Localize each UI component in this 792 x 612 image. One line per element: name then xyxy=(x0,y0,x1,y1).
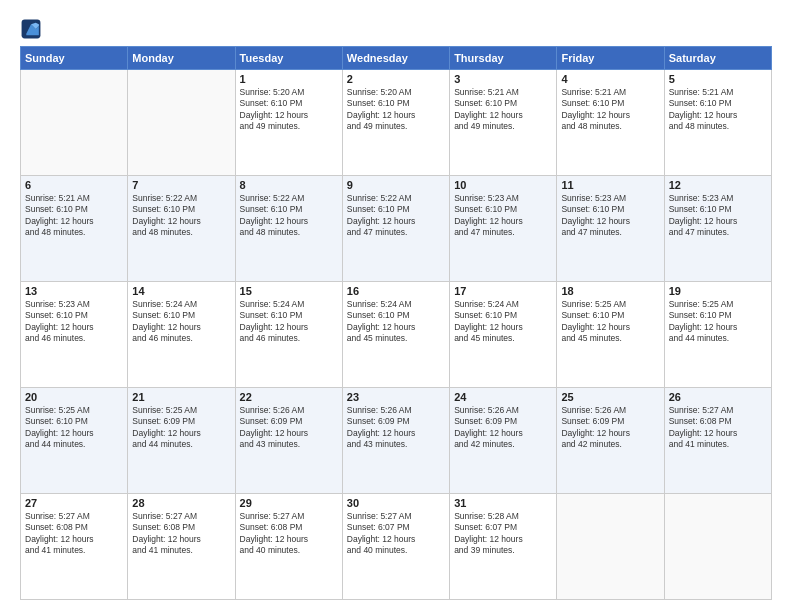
day-info: Sunrise: 5:24 AM Sunset: 6:10 PM Dayligh… xyxy=(454,299,552,345)
day-number: 19 xyxy=(669,285,767,297)
day-number: 29 xyxy=(240,497,338,509)
day-number: 14 xyxy=(132,285,230,297)
day-number: 16 xyxy=(347,285,445,297)
day-number: 27 xyxy=(25,497,123,509)
day-info: Sunrise: 5:26 AM Sunset: 6:09 PM Dayligh… xyxy=(240,405,338,451)
calendar-cell: 2Sunrise: 5:20 AM Sunset: 6:10 PM Daylig… xyxy=(342,70,449,176)
day-info: Sunrise: 5:24 AM Sunset: 6:10 PM Dayligh… xyxy=(240,299,338,345)
weekday-header-tuesday: Tuesday xyxy=(235,47,342,70)
day-info: Sunrise: 5:27 AM Sunset: 6:08 PM Dayligh… xyxy=(240,511,338,557)
calendar-cell: 5Sunrise: 5:21 AM Sunset: 6:10 PM Daylig… xyxy=(664,70,771,176)
calendar-cell: 20Sunrise: 5:25 AM Sunset: 6:10 PM Dayli… xyxy=(21,388,128,494)
calendar-table: SundayMondayTuesdayWednesdayThursdayFrid… xyxy=(20,46,772,600)
calendar-cell: 13Sunrise: 5:23 AM Sunset: 6:10 PM Dayli… xyxy=(21,282,128,388)
calendar-week-2: 6Sunrise: 5:21 AM Sunset: 6:10 PM Daylig… xyxy=(21,176,772,282)
calendar-cell: 25Sunrise: 5:26 AM Sunset: 6:09 PM Dayli… xyxy=(557,388,664,494)
calendar-cell: 10Sunrise: 5:23 AM Sunset: 6:10 PM Dayli… xyxy=(450,176,557,282)
calendar-cell: 4Sunrise: 5:21 AM Sunset: 6:10 PM Daylig… xyxy=(557,70,664,176)
day-info: Sunrise: 5:20 AM Sunset: 6:10 PM Dayligh… xyxy=(347,87,445,133)
day-number: 3 xyxy=(454,73,552,85)
day-number: 11 xyxy=(561,179,659,191)
calendar-cell: 7Sunrise: 5:22 AM Sunset: 6:10 PM Daylig… xyxy=(128,176,235,282)
day-info: Sunrise: 5:21 AM Sunset: 6:10 PM Dayligh… xyxy=(561,87,659,133)
day-info: Sunrise: 5:25 AM Sunset: 6:10 PM Dayligh… xyxy=(561,299,659,345)
day-number: 28 xyxy=(132,497,230,509)
day-number: 26 xyxy=(669,391,767,403)
day-number: 13 xyxy=(25,285,123,297)
calendar-cell: 12Sunrise: 5:23 AM Sunset: 6:10 PM Dayli… xyxy=(664,176,771,282)
day-number: 1 xyxy=(240,73,338,85)
calendar-cell: 23Sunrise: 5:26 AM Sunset: 6:09 PM Dayli… xyxy=(342,388,449,494)
day-info: Sunrise: 5:27 AM Sunset: 6:08 PM Dayligh… xyxy=(669,405,767,451)
logo-icon xyxy=(20,18,42,40)
day-info: Sunrise: 5:26 AM Sunset: 6:09 PM Dayligh… xyxy=(561,405,659,451)
calendar-cell: 11Sunrise: 5:23 AM Sunset: 6:10 PM Dayli… xyxy=(557,176,664,282)
day-info: Sunrise: 5:21 AM Sunset: 6:10 PM Dayligh… xyxy=(454,87,552,133)
day-number: 18 xyxy=(561,285,659,297)
calendar-cell: 14Sunrise: 5:24 AM Sunset: 6:10 PM Dayli… xyxy=(128,282,235,388)
day-info: Sunrise: 5:22 AM Sunset: 6:10 PM Dayligh… xyxy=(240,193,338,239)
day-number: 2 xyxy=(347,73,445,85)
day-number: 10 xyxy=(454,179,552,191)
day-number: 4 xyxy=(561,73,659,85)
calendar-cell: 9Sunrise: 5:22 AM Sunset: 6:10 PM Daylig… xyxy=(342,176,449,282)
calendar-week-3: 13Sunrise: 5:23 AM Sunset: 6:10 PM Dayli… xyxy=(21,282,772,388)
day-info: Sunrise: 5:27 AM Sunset: 6:08 PM Dayligh… xyxy=(25,511,123,557)
calendar-cell xyxy=(21,70,128,176)
weekday-header-sunday: Sunday xyxy=(21,47,128,70)
day-number: 15 xyxy=(240,285,338,297)
calendar-cell: 30Sunrise: 5:27 AM Sunset: 6:07 PM Dayli… xyxy=(342,494,449,600)
calendar-cell xyxy=(664,494,771,600)
calendar-cell: 26Sunrise: 5:27 AM Sunset: 6:08 PM Dayli… xyxy=(664,388,771,494)
day-number: 6 xyxy=(25,179,123,191)
day-number: 23 xyxy=(347,391,445,403)
calendar-cell xyxy=(557,494,664,600)
calendar-cell: 3Sunrise: 5:21 AM Sunset: 6:10 PM Daylig… xyxy=(450,70,557,176)
calendar-cell: 22Sunrise: 5:26 AM Sunset: 6:09 PM Dayli… xyxy=(235,388,342,494)
page: SundayMondayTuesdayWednesdayThursdayFrid… xyxy=(0,0,792,612)
calendar-cell: 31Sunrise: 5:28 AM Sunset: 6:07 PM Dayli… xyxy=(450,494,557,600)
calendar-cell: 17Sunrise: 5:24 AM Sunset: 6:10 PM Dayli… xyxy=(450,282,557,388)
day-info: Sunrise: 5:28 AM Sunset: 6:07 PM Dayligh… xyxy=(454,511,552,557)
day-number: 17 xyxy=(454,285,552,297)
day-number: 25 xyxy=(561,391,659,403)
day-info: Sunrise: 5:26 AM Sunset: 6:09 PM Dayligh… xyxy=(454,405,552,451)
day-number: 22 xyxy=(240,391,338,403)
day-info: Sunrise: 5:21 AM Sunset: 6:10 PM Dayligh… xyxy=(669,87,767,133)
day-number: 5 xyxy=(669,73,767,85)
day-info: Sunrise: 5:27 AM Sunset: 6:08 PM Dayligh… xyxy=(132,511,230,557)
day-number: 31 xyxy=(454,497,552,509)
day-info: Sunrise: 5:24 AM Sunset: 6:10 PM Dayligh… xyxy=(132,299,230,345)
calendar-cell: 21Sunrise: 5:25 AM Sunset: 6:09 PM Dayli… xyxy=(128,388,235,494)
header xyxy=(20,18,772,40)
day-info: Sunrise: 5:27 AM Sunset: 6:07 PM Dayligh… xyxy=(347,511,445,557)
day-info: Sunrise: 5:23 AM Sunset: 6:10 PM Dayligh… xyxy=(454,193,552,239)
day-info: Sunrise: 5:22 AM Sunset: 6:10 PM Dayligh… xyxy=(132,193,230,239)
weekday-header-thursday: Thursday xyxy=(450,47,557,70)
day-info: Sunrise: 5:26 AM Sunset: 6:09 PM Dayligh… xyxy=(347,405,445,451)
calendar-cell: 16Sunrise: 5:24 AM Sunset: 6:10 PM Dayli… xyxy=(342,282,449,388)
calendar-cell: 18Sunrise: 5:25 AM Sunset: 6:10 PM Dayli… xyxy=(557,282,664,388)
day-number: 21 xyxy=(132,391,230,403)
day-number: 20 xyxy=(25,391,123,403)
calendar-cell: 28Sunrise: 5:27 AM Sunset: 6:08 PM Dayli… xyxy=(128,494,235,600)
calendar-cell: 8Sunrise: 5:22 AM Sunset: 6:10 PM Daylig… xyxy=(235,176,342,282)
calendar-cell xyxy=(128,70,235,176)
day-number: 30 xyxy=(347,497,445,509)
calendar-header-row: SundayMondayTuesdayWednesdayThursdayFrid… xyxy=(21,47,772,70)
day-info: Sunrise: 5:25 AM Sunset: 6:10 PM Dayligh… xyxy=(669,299,767,345)
calendar-week-4: 20Sunrise: 5:25 AM Sunset: 6:10 PM Dayli… xyxy=(21,388,772,494)
logo xyxy=(20,18,44,40)
day-number: 8 xyxy=(240,179,338,191)
day-number: 9 xyxy=(347,179,445,191)
day-number: 7 xyxy=(132,179,230,191)
day-info: Sunrise: 5:22 AM Sunset: 6:10 PM Dayligh… xyxy=(347,193,445,239)
calendar-cell: 24Sunrise: 5:26 AM Sunset: 6:09 PM Dayli… xyxy=(450,388,557,494)
day-info: Sunrise: 5:24 AM Sunset: 6:10 PM Dayligh… xyxy=(347,299,445,345)
day-info: Sunrise: 5:23 AM Sunset: 6:10 PM Dayligh… xyxy=(669,193,767,239)
day-info: Sunrise: 5:20 AM Sunset: 6:10 PM Dayligh… xyxy=(240,87,338,133)
day-number: 24 xyxy=(454,391,552,403)
calendar-cell: 29Sunrise: 5:27 AM Sunset: 6:08 PM Dayli… xyxy=(235,494,342,600)
weekday-header-wednesday: Wednesday xyxy=(342,47,449,70)
calendar-cell: 1Sunrise: 5:20 AM Sunset: 6:10 PM Daylig… xyxy=(235,70,342,176)
